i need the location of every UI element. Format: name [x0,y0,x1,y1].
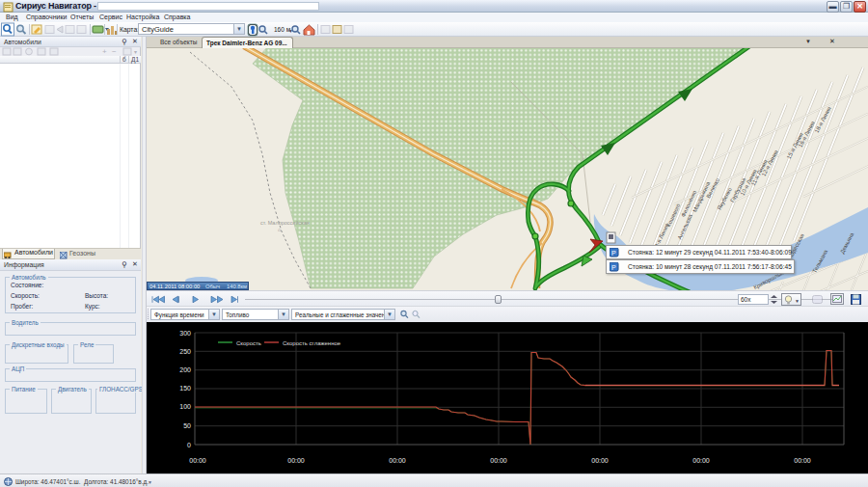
svg-text:+: + [102,47,107,56]
svg-text:00:00: 00:00 [794,457,811,464]
svg-text:00:00: 00:00 [287,457,305,464]
svg-text:100: 100 [179,403,191,410]
svg-text:▾: ▾ [134,49,137,55]
svg-text:P: P [611,250,616,257]
svg-text:150: 150 [179,385,191,392]
svg-text:250: 250 [179,348,191,355]
svg-text:Скорость сглаженное: Скорость сглаженное [283,340,341,346]
svg-text:P: P [611,264,616,271]
svg-text:50: 50 [183,422,191,429]
svg-text:⌂: ⌂ [278,227,281,232]
svg-text:200: 200 [179,366,191,373]
svg-text:Скорость: Скорость [236,340,261,346]
svg-text:00:00: 00:00 [591,457,609,464]
svg-text:00:00: 00:00 [189,457,206,464]
svg-text:00:00: 00:00 [389,457,406,464]
svg-text:0: 0 [187,442,191,448]
svg-text:300: 300 [179,330,191,337]
svg-text:ст. Малороссийская: ст. Малороссийская [260,220,310,226]
svg-text:−: − [112,47,117,56]
svg-text:00:00: 00:00 [692,457,710,464]
svg-text:00:00: 00:00 [490,457,507,464]
